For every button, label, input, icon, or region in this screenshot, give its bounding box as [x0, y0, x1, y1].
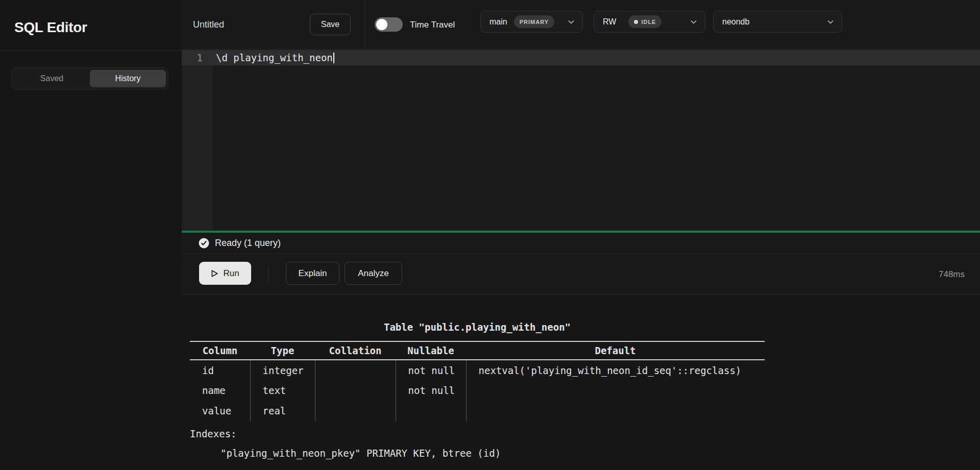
cell — [315, 401, 396, 421]
cell — [315, 360, 396, 380]
cell: not null — [396, 360, 466, 380]
cell — [315, 380, 396, 401]
toggle-knob-icon — [376, 19, 387, 30]
cell: id — [190, 360, 250, 380]
cell — [396, 401, 466, 421]
toolbar-divider — [268, 266, 268, 282]
check-circle-icon — [199, 238, 209, 249]
sidebar: SQL Editor Saved History — [0, 0, 182, 470]
query-title: Untitled — [193, 0, 224, 50]
editor-gutter — [182, 50, 213, 231]
database-selector[interactable]: neondb — [713, 11, 842, 33]
analyze-button[interactable]: Analyze — [345, 262, 402, 285]
time-travel-toggle[interactable] — [375, 17, 403, 32]
result-header-row: Column Type Collation Nullable Default — [190, 341, 765, 360]
compute-status-text: IDLE — [641, 19, 656, 25]
column-header: Collation — [315, 341, 396, 360]
branch-primary-badge: PRIMARY — [514, 15, 554, 28]
indexes-heading: Indexes: — [190, 424, 237, 443]
query-toolbar: Run Explain Analyze 748ms — [182, 255, 980, 295]
status-text: Ready (1 query) — [215, 238, 281, 249]
code-line: \d playing_with_neon — [216, 50, 334, 65]
cell: text — [250, 380, 315, 401]
chevron-down-icon — [567, 18, 575, 26]
result-table: Column Type Collation Nullable Default i… — [190, 341, 765, 421]
cell: not null — [396, 380, 466, 401]
app-title: SQL Editor — [14, 19, 87, 36]
table-row: value real — [190, 401, 765, 421]
cell: nextval('playing_with_neon_id_seq'::regc… — [466, 360, 765, 380]
cell: value — [190, 401, 250, 421]
tab-saved[interactable]: Saved — [14, 70, 90, 87]
run-label: Run — [223, 268, 239, 279]
compute-name: RW — [603, 17, 616, 27]
run-button[interactable]: Run — [199, 262, 251, 285]
header-divider — [364, 0, 365, 50]
query-duration: 748ms — [939, 255, 965, 294]
time-travel-label: Time Travel — [410, 0, 455, 50]
saved-history-segmented-control: Saved History — [11, 67, 168, 90]
index-definition: "playing_with_neon_pkey" PRIMARY KEY, bt… — [220, 443, 501, 463]
chevron-down-icon — [826, 18, 835, 26]
sidebar-divider — [0, 50, 182, 51]
tab-history[interactable]: History — [90, 70, 166, 87]
results-panel: Table "public.playing_with_neon" Column … — [182, 295, 980, 470]
table-row: name text not null — [190, 380, 765, 401]
branch-name: main — [489, 17, 507, 27]
statusbar: Ready (1 query) — [182, 233, 980, 254]
cell — [466, 401, 765, 421]
explain-button[interactable]: Explain — [286, 262, 339, 285]
cell: name — [190, 380, 250, 401]
compute-selector[interactable]: RW IDLE — [594, 11, 705, 33]
status-dot-icon — [634, 20, 638, 24]
play-icon — [211, 269, 218, 278]
column-header: Nullable — [396, 341, 466, 360]
code-text: \d playing_with_neon — [216, 52, 333, 63]
chevron-down-icon — [690, 18, 698, 26]
code-editor[interactable]: 1 \d playing_with_neon — [182, 50, 980, 231]
editor-header: Untitled Save Time Travel main PRIMARY R… — [182, 0, 980, 50]
result-table-title: Table "public.playing_with_neon" — [190, 317, 765, 337]
cell — [466, 380, 765, 401]
compute-status-badge: IDLE — [628, 15, 662, 28]
column-header: Column — [190, 341, 250, 360]
line-number: 1 — [182, 50, 203, 65]
table-row: id integer not null nextval('playing_wit… — [190, 360, 765, 380]
cell: integer — [250, 360, 315, 380]
column-header: Type — [250, 341, 315, 360]
text-cursor — [333, 53, 334, 63]
column-header: Default — [466, 341, 765, 360]
save-button[interactable]: Save — [310, 14, 351, 35]
editor-active-line: 1 \d playing_with_neon — [182, 50, 980, 65]
database-name: neondb — [722, 17, 749, 27]
cell: real — [250, 401, 315, 421]
branch-selector[interactable]: main PRIMARY — [480, 11, 583, 33]
